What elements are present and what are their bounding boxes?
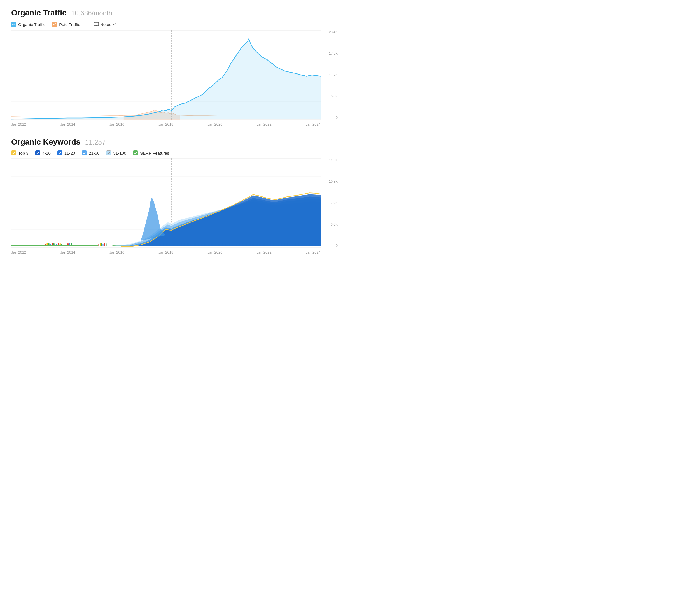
y-label-4: 0 <box>322 116 339 120</box>
organic-traffic-title: Organic Traffic <box>11 8 67 17</box>
x-label-6: Jan 2024 <box>306 122 321 126</box>
legend-divider <box>87 21 87 27</box>
svg-rect-34 <box>106 243 107 246</box>
51-100-label: 51-100 <box>113 151 126 155</box>
kx-label-2: Jan 2016 <box>109 250 125 255</box>
kx-label-3: Jan 2018 <box>158 250 174 255</box>
top3-checkbox[interactable] <box>11 150 16 155</box>
svg-rect-29 <box>98 244 99 246</box>
traffic-chart-inner <box>11 30 321 120</box>
keywords-y-axis: 14.5K 10.8K 7.2K 3.6K 0 <box>322 158 339 248</box>
organic-traffic-header: Organic Traffic 10,686/month <box>11 8 339 17</box>
organic-traffic-legend: Organic Traffic Paid Traffic Notes <box>11 21 339 27</box>
kx-label-4: Jan 2020 <box>207 250 223 255</box>
top3-label: Top 3 <box>18 151 29 155</box>
legend-item-top3[interactable]: Top 3 <box>11 150 29 155</box>
kx-label-5: Jan 2022 <box>256 250 272 255</box>
ky-label-2: 7.2K <box>322 201 339 205</box>
organic-keywords-title: Organic Keywords <box>11 138 80 146</box>
organic-keywords-header: Organic Keywords 11,257 <box>11 138 339 146</box>
svg-marker-153 <box>141 197 166 241</box>
organic-label: Organic Traffic <box>18 22 45 27</box>
legend-item-serp[interactable]: SERP Features <box>133 150 169 155</box>
kx-label-1: Jan 2014 <box>60 250 75 255</box>
organic-traffic-section: Organic Traffic 10,686/month Organic Tra… <box>11 8 339 126</box>
traffic-chart-area: 23.4K 17.5K 11.7K 5.8K 0 <box>11 30 339 120</box>
serp-label: SERP Features <box>140 151 169 155</box>
svg-rect-30 <box>100 243 101 246</box>
x-label-2: Jan 2016 <box>109 122 125 126</box>
svg-rect-33 <box>104 243 105 246</box>
4-10-label: 4-10 <box>42 151 51 155</box>
legend-item-4-10[interactable]: 4-10 <box>35 150 51 155</box>
keywords-x-axis: Jan 2012 Jan 2014 Jan 2016 Jan 2018 Jan … <box>11 250 339 255</box>
chevron-down-icon <box>112 23 116 25</box>
organic-checkbox[interactable] <box>11 22 16 27</box>
11-20-checkbox[interactable] <box>57 150 62 155</box>
x-label-3: Jan 2018 <box>158 122 174 126</box>
keywords-chart-inner <box>11 158 321 248</box>
ky-label-1: 10.8K <box>322 179 339 184</box>
21-50-label: 21-50 <box>89 151 99 155</box>
paid-checkbox[interactable] <box>52 22 57 27</box>
organic-keywords-value: 11,257 <box>85 138 105 146</box>
11-20-label: 11-20 <box>65 151 75 155</box>
legend-item-organic[interactable]: Organic Traffic <box>11 22 45 27</box>
legend-item-21-50[interactable]: 21-50 <box>82 150 99 155</box>
x-label-4: Jan 2020 <box>207 122 223 126</box>
traffic-y-axis: 23.4K 17.5K 11.7K 5.8K 0 <box>322 30 339 120</box>
organic-traffic-value: 10,686/month <box>71 9 112 17</box>
keywords-chart-area: 14.5K 10.8K 7.2K 3.6K 0 <box>11 158 339 248</box>
organic-keywords-legend: Top 3 4-10 11-20 21-50 51-100 <box>11 150 339 155</box>
traffic-x-axis: Jan 2012 Jan 2014 Jan 2016 Jan 2018 Jan … <box>11 122 339 126</box>
y-label-1: 17.5K <box>322 52 339 55</box>
4-10-checkbox[interactable] <box>35 150 40 155</box>
ky-label-3: 3.6K <box>322 222 339 226</box>
notes-icon <box>94 22 99 27</box>
51-100-checkbox[interactable] <box>106 150 111 155</box>
organic-traffic-chart: 23.4K 17.5K 11.7K 5.8K 0 <box>11 30 339 126</box>
kx-label-6: Jan 2024 <box>306 250 321 255</box>
keywords-svg <box>11 158 321 248</box>
notes-label: Notes <box>100 22 111 27</box>
y-label-2: 11.7K <box>322 73 339 77</box>
traffic-svg <box>11 30 321 120</box>
y-label-3: 5.8K <box>322 94 339 98</box>
serp-checkbox[interactable] <box>133 150 138 155</box>
ky-label-0: 14.5K <box>322 158 339 162</box>
svg-rect-31 <box>101 243 102 246</box>
paid-label: Paid Traffic <box>59 22 80 27</box>
kx-label-0: Jan 2012 <box>11 250 26 255</box>
ky-label-4: 0 <box>322 244 339 248</box>
svg-marker-8 <box>11 39 321 119</box>
x-label-0: Jan 2012 <box>11 122 26 126</box>
x-label-5: Jan 2022 <box>256 122 272 126</box>
organic-keywords-chart: 14.5K 10.8K 7.2K 3.6K 0 <box>11 158 339 255</box>
organic-keywords-section: Organic Keywords 11,257 Top 3 4-10 11-20 <box>11 138 339 255</box>
legend-item-11-20[interactable]: 11-20 <box>57 150 75 155</box>
svg-rect-32 <box>102 244 103 246</box>
y-label-0: 23.4K <box>322 30 339 34</box>
legend-item-paid[interactable]: Paid Traffic <box>52 22 80 27</box>
x-label-1: Jan 2014 <box>60 122 75 126</box>
legend-item-51-100[interactable]: 51-100 <box>106 150 126 155</box>
notes-button[interactable]: Notes <box>94 22 116 27</box>
21-50-checkbox[interactable] <box>82 150 87 155</box>
